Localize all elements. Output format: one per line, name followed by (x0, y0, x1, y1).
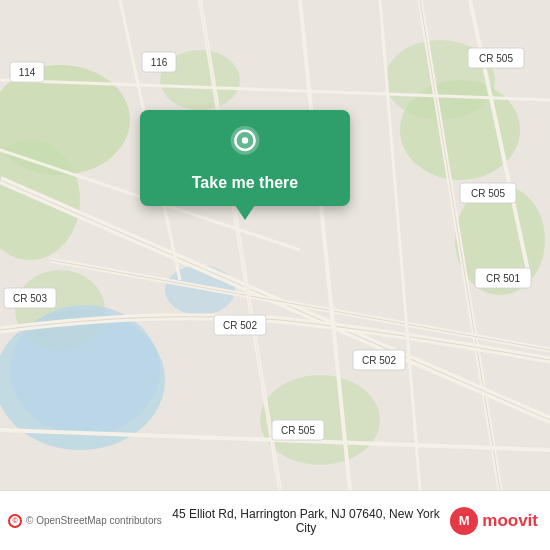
osm-credit: © © OpenStreetMap contributors (8, 514, 162, 528)
svg-text:116: 116 (151, 57, 168, 68)
moovit-text: moovit (482, 511, 538, 531)
popup: Take me there (140, 110, 350, 206)
moovit-icon: M (450, 507, 478, 535)
osm-credit-text: © OpenStreetMap contributors (26, 515, 162, 526)
osm-logo: © (8, 514, 22, 528)
svg-text:CR 505: CR 505 (479, 53, 513, 64)
map-container: CR 505 CR 505 CR 501 CR 503 CR 502 CR 50… (0, 0, 550, 490)
take-me-there-button[interactable]: Take me there (192, 174, 298, 192)
svg-text:CR 505: CR 505 (281, 425, 315, 436)
svg-text:CR 503: CR 503 (13, 293, 47, 304)
moovit-logo: M moovit (450, 507, 538, 535)
address-text: 45 Elliot Rd, Harrington Park, NJ 07640,… (162, 507, 450, 535)
svg-text:114: 114 (19, 67, 36, 78)
svg-text:CR 502: CR 502 (362, 355, 396, 366)
svg-text:CR 501: CR 501 (486, 273, 520, 284)
location-pin-icon (225, 126, 265, 166)
bottom-bar: © © OpenStreetMap contributors 45 Elliot… (0, 490, 550, 550)
svg-text:CR 502: CR 502 (223, 320, 257, 331)
svg-text:CR 505: CR 505 (471, 188, 505, 199)
